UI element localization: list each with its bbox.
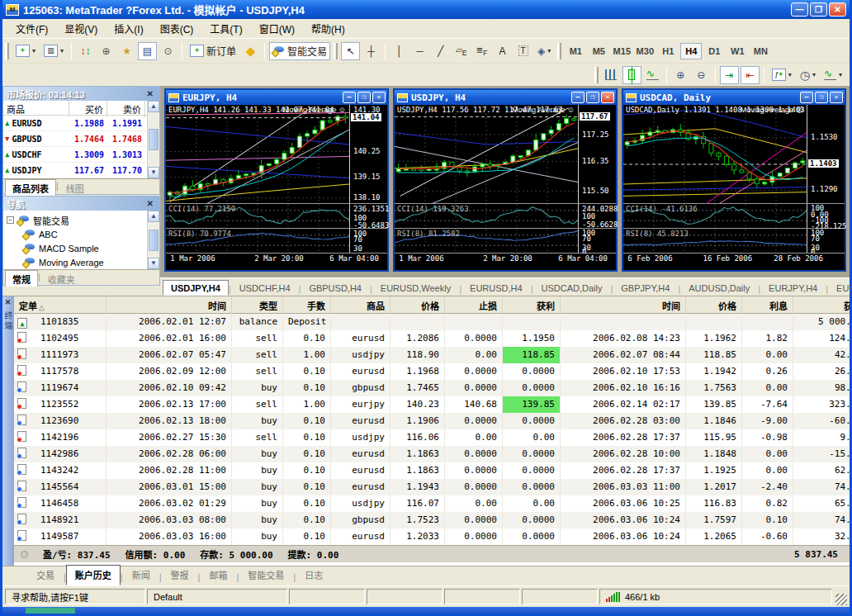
chart-window-usdcad[interactable]: USDCAD, Daily—❐✕USDCAD,Daily 1.1391 1.14… bbox=[622, 88, 846, 272]
table-header[interactable]: 定单 △时间类型手数商品价格止损获利时间价格利息获利 bbox=[14, 296, 850, 314]
chart-tab-eurgbi[interactable]: EURGBI bbox=[828, 280, 852, 296]
chart-window-titlebar[interactable]: USDJPY, H4—❐✕ bbox=[395, 90, 616, 105]
timeframe-h4[interactable]: H4 bbox=[680, 43, 702, 59]
chart-window-eurjpy[interactable]: EURJPY, H4—❐✕EURJPY,H4 141.26 141.33 141… bbox=[164, 88, 389, 272]
scroll-down-icon[interactable]: ▼ bbox=[148, 167, 159, 178]
chart-minimize-button[interactable]: — bbox=[571, 92, 585, 103]
table-row-order-1146458[interactable]: 11464582006.03.02 01:29buy0.10usdjpy116.… bbox=[14, 495, 850, 512]
restore-button[interactable]: ❐ bbox=[810, 2, 827, 17]
column-header-9[interactable]: 价格 bbox=[686, 296, 742, 315]
terminal-tab-1[interactable]: 账户历史 bbox=[66, 565, 121, 585]
cci-pane[interactable]: CCI(14) 119.3263244.0288100-50.6628 bbox=[395, 204, 616, 229]
market-row-eurusd[interactable]: ▲EURUSD1.19881.1991 bbox=[3, 116, 147, 131]
timeframe-w1[interactable]: W1 bbox=[727, 43, 748, 59]
column-header-7[interactable]: 获利 bbox=[503, 296, 561, 315]
market-watch-scrollbar[interactable]: ▲ ▼ bbox=[147, 101, 159, 178]
close-icon[interactable]: ✕ bbox=[5, 296, 12, 306]
zoom-out-button[interactable]: ⊖ bbox=[692, 66, 711, 84]
table-row-order-1145564[interactable]: 11455642006.03.01 15:00buy0.10eurusd1.19… bbox=[14, 479, 850, 495]
terminal-toggle[interactable]: ▤ bbox=[138, 42, 157, 60]
new-order-button[interactable]: +新订单 bbox=[187, 42, 239, 60]
table-row-order-1102495[interactable]: 11024952006.02.01 16:00sell0.10eurusd1.2… bbox=[14, 330, 850, 347]
data-window-button[interactable]: ⊕ bbox=[97, 42, 116, 60]
chart-window-titlebar[interactable]: USDCAD, Daily—❐✕ bbox=[623, 90, 845, 105]
chart-close-button[interactable]: ✕ bbox=[830, 92, 843, 103]
market-row-gbpusd[interactable]: ▼GBPUSD1.74641.7468 bbox=[3, 131, 147, 147]
market-watch-titlebar[interactable]: 市场报价: 03:14:13 ✕ bbox=[3, 87, 159, 101]
tree-item-moving-average[interactable]: Moving Average bbox=[7, 255, 147, 269]
rsi-pane[interactable]: RSI(8) 81.258210070300 bbox=[395, 229, 616, 254]
chart-tab-eurusdweekly[interactable]: EURUSD,Weekly bbox=[372, 280, 459, 296]
table-row-order-1148921[interactable]: 11489212006.03.03 08:00buy0.10gbpusd1.75… bbox=[14, 512, 850, 528]
chart-minimize-button[interactable]: — bbox=[343, 92, 356, 103]
vertical-line-tool[interactable]: │ bbox=[390, 42, 409, 60]
market-watch-column-header[interactable]: 买价 bbox=[69, 101, 107, 117]
price-pane[interactable]: USDJPY,H4 117.56 117.72 117.47 117.67Mov… bbox=[395, 105, 616, 204]
resize-grip[interactable] bbox=[835, 594, 847, 605]
trendline-tool[interactable]: ╱ bbox=[431, 42, 450, 60]
new-chart-button[interactable]: +▾ bbox=[12, 42, 39, 60]
chart-maximize-button[interactable]: ❐ bbox=[815, 92, 828, 103]
navigator-scrollbar[interactable]: ▲ ▼ bbox=[147, 211, 159, 269]
arrows-tool[interactable]: ◈▾ bbox=[534, 42, 554, 60]
chart-minimize-button[interactable]: — bbox=[800, 92, 813, 103]
channel-tool[interactable]: ▱E bbox=[452, 42, 471, 60]
table-row-order-1111973[interactable]: 11119732006.02.07 05:47sell1.00usdjpy118… bbox=[14, 347, 850, 363]
column-header-2[interactable]: 类型 bbox=[232, 296, 283, 315]
price-pane[interactable]: EURJPY,H4 141.26 141.33 141.07 141.04Mov… bbox=[166, 105, 387, 204]
toolbar-grip[interactable] bbox=[334, 43, 338, 59]
column-header-0[interactable]: 定单 △ bbox=[14, 296, 106, 315]
terminal-tab-4[interactable]: 邮箱 bbox=[200, 565, 236, 585]
table-row-order-1123690[interactable]: 11236902006.02.13 18:00buy0.10eurusd1.19… bbox=[14, 413, 850, 429]
cursor-tool[interactable]: ↖ bbox=[341, 42, 360, 60]
chart-shift-toggle[interactable]: ⇤ bbox=[741, 66, 760, 84]
periods-button[interactable]: ◷▾ bbox=[797, 66, 819, 84]
navigator-toggle[interactable]: ★ bbox=[117, 42, 136, 60]
menu-item-f[interactable]: 文件(F) bbox=[7, 19, 56, 38]
column-header-11[interactable]: 获利 bbox=[793, 296, 850, 315]
market-watch-tab-0[interactable]: 商品列表 bbox=[5, 179, 56, 196]
timeframe-m15[interactable]: M15 bbox=[611, 43, 632, 59]
close-icon[interactable]: ✕ bbox=[144, 199, 156, 208]
market-row-usdchf[interactable]: ▲USDCHF1.30091.3013 bbox=[3, 147, 147, 163]
terminal-tab-3[interactable]: 警报 bbox=[162, 565, 198, 585]
column-header-3[interactable]: 手数 bbox=[283, 296, 331, 315]
indicators-button[interactable]: ƒ+▾ bbox=[769, 66, 795, 84]
column-header-1[interactable]: 时间 bbox=[106, 296, 232, 315]
text-tool[interactable]: A bbox=[493, 42, 512, 60]
cci-pane[interactable]: CCI(14) 77.2159236.1351100-50.6483 bbox=[166, 204, 387, 229]
auto-scroll-toggle[interactable]: ⇥ bbox=[720, 66, 739, 84]
table-row-order-1119674[interactable]: 11196742006.02.10 09:42buy0.10gbpusd1.74… bbox=[14, 380, 850, 396]
warning-diamond-button[interactable]: ◆ bbox=[241, 42, 260, 60]
column-header-10[interactable]: 利息 bbox=[742, 296, 793, 315]
scroll-up-icon[interactable]: ▲ bbox=[148, 101, 159, 112]
market-watch-toggle[interactable]: ↕↕ bbox=[76, 42, 95, 60]
table-row-order-1101835[interactable]: ▲11018352006.02.01 12:07balanceDeposit5 … bbox=[14, 314, 850, 330]
minimize-button[interactable]: — bbox=[791, 2, 808, 17]
rsi-pane[interactable]: RSI(8) 70.97741007030 bbox=[166, 229, 387, 254]
navigator-tab-1[interactable]: 收藏夹 bbox=[40, 270, 83, 287]
horizontal-line-tool[interactable]: ─ bbox=[410, 42, 429, 60]
expert-advisors-button[interactable]: 智能交易 bbox=[269, 42, 330, 60]
chart-body[interactable]: EURJPY,H4 141.26 141.33 141.07 141.04Mov… bbox=[166, 105, 387, 270]
tree-node-expert-advisors[interactable]: −智能交易 bbox=[7, 213, 147, 227]
chart-tab-gbpjpyh4[interactable]: GBPJPY,H4 bbox=[613, 280, 678, 296]
menu-item-w[interactable]: 窗口(W) bbox=[251, 19, 303, 38]
zoom-in-button[interactable]: ⊕ bbox=[671, 66, 690, 84]
tree-item-macd-sample[interactable]: MACD Sample bbox=[7, 241, 147, 255]
chart-tab-eurjpyh4[interactable]: EURJPY,H4 bbox=[760, 280, 826, 296]
scroll-up-icon[interactable]: ▲ bbox=[148, 211, 159, 222]
menu-item-c[interactable]: 图表(C) bbox=[152, 19, 202, 38]
table-row-order-1117578[interactable]: 11175782006.02.09 12:00sell0.10eurusd1.1… bbox=[14, 363, 850, 380]
chart-body[interactable]: USDCAD,Daily 1.1391 1.1408 1.1369 1.1403… bbox=[623, 105, 845, 270]
terminal-tab-2[interactable]: 新闻 bbox=[123, 565, 159, 585]
table-row-order-1142986[interactable]: 11429862006.02.28 06:00buy0.10eurusd1.18… bbox=[14, 446, 850, 462]
table-row-order-1123552[interactable]: 11235522006.02.13 17:00sell1.00eurjpy140… bbox=[14, 396, 850, 413]
status-profile[interactable]: Default bbox=[147, 589, 287, 604]
navigator-titlebar[interactable]: 导航 ✕ bbox=[3, 197, 159, 211]
timeframe-h1[interactable]: H1 bbox=[657, 43, 679, 59]
chart-tab-audusddaily[interactable]: AUDUSD,Daily bbox=[680, 280, 758, 296]
column-header-4[interactable]: 商品 bbox=[331, 296, 390, 315]
candlestick-button[interactable] bbox=[622, 66, 641, 84]
market-watch-column-header[interactable]: 商品 bbox=[3, 101, 69, 117]
